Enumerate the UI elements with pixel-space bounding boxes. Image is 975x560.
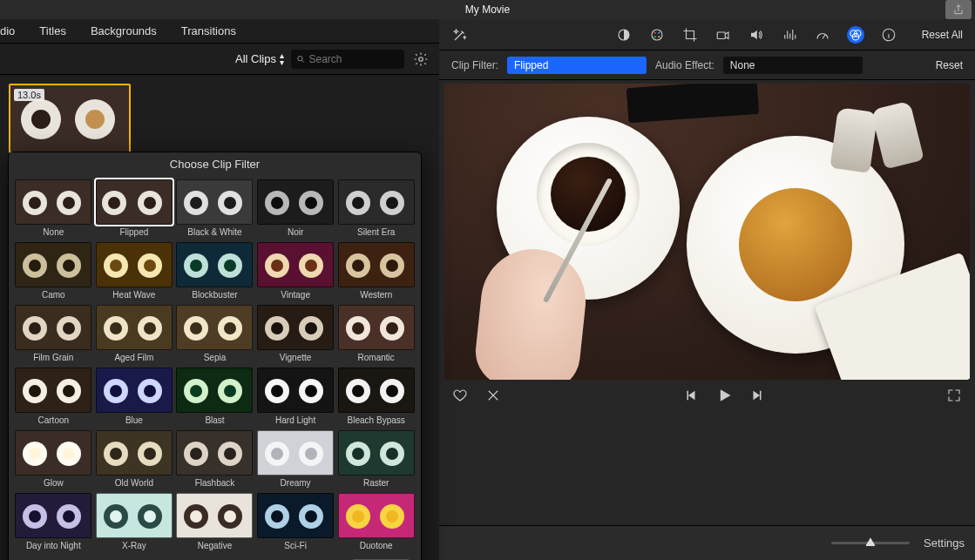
zoom-slider[interactable] bbox=[831, 542, 910, 544]
filter-option-duotone[interactable]: Duotone bbox=[336, 493, 416, 554]
tab-transitions[interactable]: Transitions bbox=[181, 24, 236, 37]
svg-point-1 bbox=[419, 57, 423, 61]
filter-option-silent-era[interactable]: Silent Era bbox=[336, 179, 416, 240]
svg-point-4 bbox=[653, 31, 655, 33]
clip-filter-label: Clip Filter: bbox=[451, 59, 498, 71]
filter-option-sepia[interactable]: Sepia bbox=[175, 305, 254, 366]
noise-reduction-button[interactable] bbox=[781, 26, 798, 44]
browser-settings-button[interactable] bbox=[411, 50, 430, 69]
filter-label: Romantic bbox=[358, 350, 395, 366]
filter-option-day-into-night[interactable]: Day into Night bbox=[14, 493, 93, 554]
next-button[interactable] bbox=[748, 387, 766, 404]
auto-enhance-button[interactable] bbox=[451, 26, 469, 44]
volume-button[interactable] bbox=[748, 26, 765, 44]
reject-button[interactable] bbox=[484, 387, 502, 404]
filter-grid: NoneFlippedBlack & WhiteNoirSilent EraCa… bbox=[9, 179, 421, 554]
color-balance-button[interactable] bbox=[615, 26, 633, 44]
favorite-button[interactable] bbox=[451, 387, 469, 404]
filter-option-flashback[interactable]: Flashback bbox=[175, 430, 254, 491]
filter-option-bleach-bypass[interactable]: Bleach Bypass bbox=[336, 368, 416, 428]
preview-viewer[interactable] bbox=[444, 84, 970, 380]
clip-browser: 13.0s bbox=[0, 75, 439, 162]
filter-option-aged-film[interactable]: Aged Film bbox=[95, 305, 174, 366]
filter-option-blast[interactable]: Blast bbox=[175, 368, 254, 428]
filter-label: Blockbuster bbox=[192, 287, 237, 303]
filter-option-romantic[interactable]: Romantic bbox=[336, 305, 416, 366]
filter-label: Blast bbox=[205, 413, 224, 428]
filter-option-old-world[interactable]: Old World bbox=[95, 430, 174, 491]
filter-label: Bleach Bypass bbox=[348, 413, 405, 428]
settings-button[interactable]: Settings bbox=[924, 536, 965, 550]
browser-controls: All Clips ▴▾ bbox=[0, 44, 439, 75]
clip-thumbnail[interactable]: 13.0s bbox=[9, 84, 131, 153]
stabilize-button[interactable] bbox=[714, 26, 732, 44]
filter-label: Dreamy bbox=[281, 476, 311, 491]
filter-option-noir[interactable]: Noir bbox=[256, 179, 335, 240]
filter-option-cartoon[interactable]: Cartoon bbox=[14, 368, 93, 428]
clips-filter-dropdown[interactable]: All Clips ▴▾ bbox=[235, 52, 284, 66]
filter-option-glow[interactable]: Glow bbox=[14, 430, 93, 491]
clips-filter-label: All Clips bbox=[235, 52, 276, 65]
heart-icon bbox=[452, 388, 468, 403]
filter-option-black-white[interactable]: Black & White bbox=[175, 179, 254, 240]
filter-label: Vintage bbox=[281, 287, 310, 303]
tab-audio[interactable]: dio bbox=[0, 24, 15, 37]
filter-option-dreamy[interactable]: Dreamy bbox=[256, 430, 335, 491]
info-button[interactable] bbox=[880, 26, 897, 44]
contrast-icon bbox=[616, 27, 632, 43]
filter-label: Flashback bbox=[195, 476, 235, 491]
filter-option-blockbuster[interactable]: Blockbuster bbox=[175, 242, 254, 303]
speed-button[interactable] bbox=[814, 26, 831, 44]
fullscreen-button[interactable] bbox=[945, 387, 963, 404]
filter-label: Black & White bbox=[187, 225, 241, 240]
filter-option-heat-wave[interactable]: Heat Wave bbox=[95, 242, 174, 303]
filter-option-flipped[interactable]: Flipped bbox=[95, 179, 174, 240]
tab-backgrounds[interactable]: Backgrounds bbox=[91, 24, 157, 37]
gear-icon bbox=[413, 51, 429, 67]
filter-option-camo[interactable]: Camo bbox=[14, 242, 93, 303]
filter-label: Flipped bbox=[119, 225, 148, 240]
clip-filter-picker: Choose Clip Filter NoneFlippedBlack & Wh… bbox=[8, 152, 422, 560]
filter-label: Duotone bbox=[360, 538, 393, 554]
zoom-thumb[interactable] bbox=[865, 537, 876, 546]
crop-icon bbox=[682, 27, 698, 43]
camera-icon bbox=[715, 27, 731, 43]
filter-label: Vignette bbox=[280, 350, 312, 366]
filter-label: X-Ray bbox=[122, 538, 146, 554]
search-field[interactable] bbox=[291, 50, 404, 69]
filter-option-vintage[interactable]: Vintage bbox=[256, 242, 335, 303]
filter-option-blue[interactable]: Blue bbox=[95, 368, 174, 428]
play-button[interactable] bbox=[715, 387, 733, 404]
color-correction-button[interactable] bbox=[648, 26, 666, 44]
audio-effect-chip[interactable]: None bbox=[723, 57, 863, 74]
filter-label: Hard Light bbox=[275, 413, 315, 428]
share-button[interactable] bbox=[945, 0, 972, 19]
filter-option-raster[interactable]: Raster bbox=[336, 430, 416, 491]
filter-option-sci-fi[interactable]: Sci-Fi bbox=[256, 493, 335, 554]
crop-button[interactable] bbox=[681, 26, 699, 44]
prev-button[interactable] bbox=[682, 387, 700, 404]
filter-label: Heat Wave bbox=[112, 287, 155, 303]
clip-filter-button[interactable] bbox=[847, 26, 864, 44]
speedometer-icon bbox=[815, 27, 830, 43]
adjustment-toolbar: Reset All bbox=[439, 19, 975, 51]
filter-option-western[interactable]: Western bbox=[336, 242, 416, 303]
window-titlebar: My Movie bbox=[0, 0, 975, 19]
reset-button[interactable]: Reset bbox=[936, 59, 963, 71]
search-input[interactable] bbox=[309, 53, 399, 65]
tab-titles[interactable]: Titles bbox=[39, 24, 66, 37]
reset-all-button[interactable]: Reset All bbox=[922, 29, 963, 41]
filter-option-film-grain[interactable]: Film Grain bbox=[14, 305, 93, 366]
filter-option-vignette[interactable]: Vignette bbox=[256, 305, 335, 366]
dropdown-arrows-icon: ▴▾ bbox=[280, 52, 284, 66]
clip-duration-badge: 13.0s bbox=[14, 89, 44, 101]
filter-option-none[interactable]: None bbox=[14, 179, 93, 240]
filter-option-negative[interactable]: Negative bbox=[175, 493, 254, 554]
filter-option-x-ray[interactable]: X-Ray bbox=[95, 493, 174, 554]
filter-option-hard-light[interactable]: Hard Light bbox=[256, 368, 335, 428]
audio-effect-label: Audio Effect: bbox=[655, 59, 714, 71]
svg-rect-8 bbox=[717, 32, 725, 39]
browser-tabs: dio Titles Backgrounds Transitions bbox=[0, 19, 439, 44]
clip-filter-chip[interactable]: Flipped bbox=[507, 57, 647, 74]
speaker-icon bbox=[748, 27, 764, 43]
